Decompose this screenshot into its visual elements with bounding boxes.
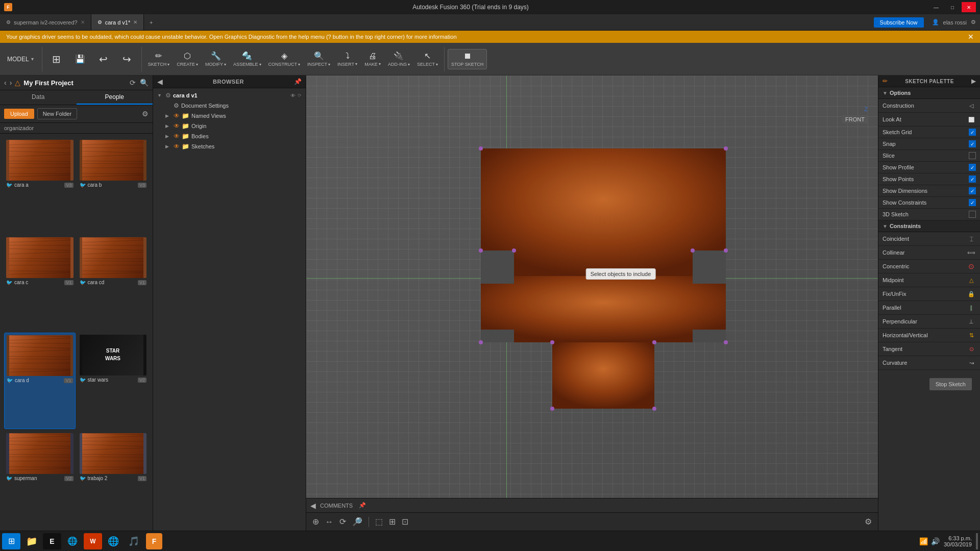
toolbar-insert-button[interactable]: ⤵ INSERT ▾ xyxy=(334,49,360,69)
tab-add-button[interactable]: + xyxy=(144,14,158,30)
stop-sketch-button[interactable]: Stop Sketch xyxy=(929,378,972,390)
option-sketch-grid[interactable]: Sketch Grid ✓ xyxy=(878,127,980,138)
constraint-tangent-icon[interactable]: ⊙ xyxy=(967,344,976,354)
upload-button[interactable]: Upload xyxy=(4,109,34,119)
option-snap-checkbox[interactable]: ✓ xyxy=(969,140,976,147)
taskbar-unknown[interactable]: W xyxy=(84,533,102,549)
constraint-tangent[interactable]: Tangent ⊙ xyxy=(878,342,980,356)
tree-root-item[interactable]: ▼ ⚙ cara d v1 👁 ⟳ xyxy=(153,90,306,101)
option-show-points[interactable]: Show Points ✓ xyxy=(878,173,980,185)
option-show-dimensions[interactable]: Show Dimensions ✓ xyxy=(878,185,980,197)
tree-item-sketches[interactable]: ▶ 👁 📁 Sketches xyxy=(161,141,306,152)
constraint-parallel-icon[interactable]: ∥ xyxy=(967,303,976,312)
view-orbit-button[interactable]: ⊕ xyxy=(310,515,321,529)
toolbar-select-button[interactable]: ↖ SELECT ▾ xyxy=(414,49,441,69)
back-button[interactable]: ‹ xyxy=(4,79,7,87)
options-section-header[interactable]: ▼ Options xyxy=(878,87,980,99)
constraint-fixunfix-icon[interactable]: 🔒 xyxy=(967,289,976,298)
constraint-concentric-icon[interactable]: ⊙ xyxy=(967,262,976,271)
toolbar-inspect-button[interactable]: 🔍 INSPECT ▾ xyxy=(304,49,333,69)
notification-close-button[interactable]: ✕ xyxy=(968,33,974,41)
file-item-trabajo-2[interactable]: 🐦trabajo 2V1 xyxy=(78,431,149,527)
option-show-profile-checkbox[interactable]: ✓ xyxy=(969,164,976,171)
option-3d-sketch-checkbox[interactable] xyxy=(969,211,976,218)
tab-close-cara-d[interactable]: ✕ xyxy=(133,19,137,25)
option-3d-sketch[interactable]: 3D Sketch xyxy=(878,209,980,220)
option-show-constraints-checkbox[interactable]: ✓ xyxy=(969,199,976,206)
file-item-cara-cd[interactable]: 🐦cara cdV1 xyxy=(78,235,149,331)
taskbar-epic[interactable]: E xyxy=(43,533,61,549)
comments-collapse-button[interactable]: ◀ xyxy=(310,502,316,510)
tree-item-origin[interactable]: ▶ 👁 📁 Origin xyxy=(161,121,306,131)
constraint-coincident-icon[interactable]: ⌶ xyxy=(967,234,976,243)
constraint-horizontal-vertical-icon[interactable]: ⇅ xyxy=(967,331,976,340)
browser-collapse-button[interactable]: ◀ xyxy=(157,78,163,86)
option-show-dimensions-checkbox[interactable]: ✓ xyxy=(969,187,976,194)
constraint-curvature-icon[interactable]: ↝ xyxy=(967,358,976,367)
view-pan-button[interactable]: ↔ xyxy=(323,515,335,529)
tab-superman[interactable]: ⚙ superman iv2-recovered? ✕ xyxy=(0,14,91,30)
option-slice-checkbox[interactable] xyxy=(969,152,976,159)
file-item-superman[interactable]: 🐦supermanV2 xyxy=(4,431,76,527)
toolbar-make-button[interactable]: 🖨 MAKE ▾ xyxy=(361,49,384,69)
toolbar-undo-button[interactable]: ↩ xyxy=(92,51,115,67)
option-slice[interactable]: Slice xyxy=(878,150,980,162)
tree-root-refresh[interactable]: ⟳ xyxy=(298,93,302,98)
constraint-collinear[interactable]: Collinear ⟺ xyxy=(878,246,980,260)
taskbar-show-desktop-button[interactable] xyxy=(976,533,978,549)
tree-item-bodies[interactable]: ▶ 👁 📁 Bodies xyxy=(161,131,306,141)
constraint-perpendicular[interactable]: Perpendicular ⊥ xyxy=(878,315,980,329)
option-sketch-grid-checkbox[interactable]: ✓ xyxy=(969,129,976,136)
constraint-coincident[interactable]: Coincident ⌶ xyxy=(878,232,980,246)
option-look-at-icon[interactable]: ⬜ xyxy=(967,115,976,124)
tree-item-namedviews[interactable]: ▶ 👁 📁 Named Views xyxy=(161,111,306,121)
taskbar-fusion[interactable]: F xyxy=(145,533,163,549)
browser-pin-icon[interactable]: 📌 xyxy=(294,78,302,85)
view-settings-gear[interactable]: ⚙ xyxy=(863,515,874,529)
constraint-curvature[interactable]: Curvature ↝ xyxy=(878,356,980,370)
tab-close-superman[interactable]: ✕ xyxy=(81,19,85,25)
toolbar-construct-button[interactable]: ◈ CONSTRUCT ▾ xyxy=(265,49,304,69)
taskbar-spotify[interactable]: 🎵 xyxy=(125,533,143,549)
subscribe-button[interactable]: Subscribe Now xyxy=(874,17,924,28)
tree-root-eye[interactable]: 👁 xyxy=(290,93,296,98)
file-item-cara-b[interactable]: 🐦cara bV3 xyxy=(78,138,149,233)
model-mode-selector[interactable]: MODEL ▾ xyxy=(2,54,39,65)
option-look-at[interactable]: Look At ⬜ xyxy=(878,113,980,127)
option-show-constraints[interactable]: Show Constraints ✓ xyxy=(878,197,980,209)
option-construction[interactable]: Construction ◁ xyxy=(878,99,980,113)
tab-cara-d[interactable]: ⚙ cara d v1* ✕ xyxy=(91,14,144,30)
taskbar-chrome[interactable]: 🌐 xyxy=(104,533,122,549)
file-item-cara-c[interactable]: 🐦cara cV1 xyxy=(4,235,76,331)
forward-button[interactable]: › xyxy=(10,79,12,87)
comments-pin-icon[interactable]: 📌 xyxy=(359,502,366,509)
view-grid-button[interactable]: ⊞ xyxy=(387,515,398,529)
file-item-cara-d[interactable]: 🐦cara dV1 xyxy=(4,333,76,429)
toolbar-modify-button[interactable]: 🔧 MODIFY ▾ xyxy=(202,49,229,69)
option-snap[interactable]: Snap ✓ xyxy=(878,138,980,150)
settings-icon[interactable]: ⚙ xyxy=(971,19,976,26)
refresh-icon[interactable]: ⟳ xyxy=(130,79,136,87)
constraints-section-header[interactable]: ▼ Constraints xyxy=(878,220,980,232)
toolbar-create-button[interactable]: ⬡ CREATE ▾ xyxy=(174,49,201,69)
option-show-profile[interactable]: Show Profile ✓ xyxy=(878,162,980,173)
toolbar-sketch-button[interactable]: ✏ SKETCH ▾ xyxy=(145,49,173,69)
constraint-midpoint[interactable]: Midpoint △ xyxy=(878,273,980,287)
file-item-star-wars[interactable]: 🐦star warsV2 xyxy=(78,333,149,429)
sketch-palette-collapse-button[interactable]: ▶ xyxy=(971,78,976,85)
new-folder-button[interactable]: New Folder xyxy=(37,108,77,119)
option-show-points-checkbox[interactable]: ✓ xyxy=(969,176,976,183)
panel-settings-button[interactable]: ⚙ xyxy=(142,110,149,118)
close-button[interactable]: ✕ xyxy=(962,2,976,12)
toolbar-redo-button[interactable]: ↪ xyxy=(116,51,138,67)
toolbar-addins-button[interactable]: 🔌 ADD-INS ▾ xyxy=(385,49,413,69)
viewport-canvas[interactable]: Select objects to include Z FRONT xyxy=(306,76,878,498)
view-settings-button[interactable]: ⊡ xyxy=(400,515,410,529)
minimize-button[interactable]: — xyxy=(929,2,943,12)
constraint-midpoint-icon[interactable]: △ xyxy=(967,276,976,285)
start-button[interactable]: ⊞ xyxy=(2,533,20,549)
toolbar-save-button[interactable]: 💾 xyxy=(69,52,91,66)
constraint-collinear-icon[interactable]: ⟺ xyxy=(967,248,976,257)
maximize-button[interactable]: □ xyxy=(945,2,960,12)
search-icon[interactable]: 🔍 xyxy=(140,79,149,87)
